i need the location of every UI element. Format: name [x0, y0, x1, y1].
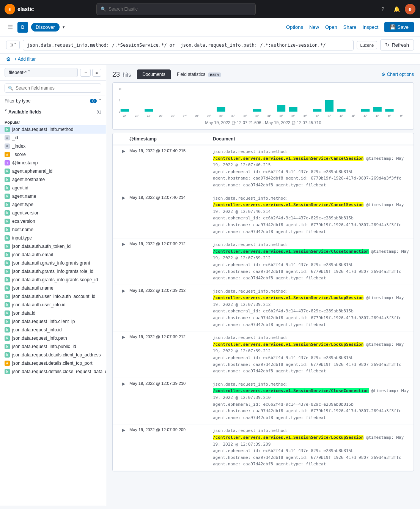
options-button[interactable]: Options [286, 24, 303, 30]
field-name: json.data.request_info.public_id [12, 344, 76, 349]
sidebar-field-item[interactable]: k agent.hostname [0, 175, 106, 184]
available-fields-header[interactable]: ˅ Available fields 91 [0, 106, 106, 118]
table-row[interactable]: ▶ May 19, 2022 @ 12:07:39.212 json.data.… [113, 285, 414, 332]
index-pattern-badge[interactable]: filebeat-* ˅ [5, 68, 78, 77]
new-button[interactable]: New [309, 24, 319, 30]
sidebar-field-item[interactable]: # _id [0, 134, 106, 142]
add-filter-button[interactable]: + Add filter [14, 57, 36, 62]
sidebar-field-item[interactable]: k json.data.request.details.close_reques… [0, 367, 106, 376]
user-avatar-button[interactable]: e [405, 4, 415, 14]
row-timestamp: May 19, 2022 @ 12:07:39.212 [129, 334, 213, 339]
sidebar-field-item[interactable]: k json.data.auth.grants_info.grants.scop… [0, 276, 106, 284]
field-name: _score [12, 152, 26, 157]
field-type-icon: # [5, 143, 10, 149]
popular-label: Popular [0, 118, 106, 125]
sidebar-field-item[interactable]: k json.data.auth.auth_token_id [0, 242, 106, 251]
table-row[interactable]: ▶ May 19, 2022 @ 12:07:39.212 json.data.… [113, 331, 414, 378]
row-expand-button[interactable]: ▶ [117, 148, 129, 154]
global-search-input[interactable] [109, 6, 252, 12]
sidebar-field-item[interactable]: k json.data.auth.grants_info.grants.gran… [0, 259, 106, 267]
hamburger-menu-button[interactable]: ☰ [6, 22, 14, 32]
sidebar-field-item[interactable]: k input.type [0, 234, 106, 242]
table-row[interactable]: ▶ May 19, 2022 @ 12:07:39.212 json.data.… [113, 238, 414, 285]
field-type-icon: # [5, 361, 10, 366]
table-row[interactable]: ▶ May 19, 2022 @ 12:07:40.215 json.data.… [113, 145, 414, 192]
sidebar-field-item[interactable]: # _index [0, 142, 106, 150]
row-expand-button[interactable]: ▶ [117, 334, 129, 340]
sidebar-field-item[interactable]: t @timestamp [0, 159, 106, 167]
sidebar-field-item[interactable]: # json.data.request.details.client_tcp_p… [0, 359, 106, 367]
field-name: json.data.id [12, 310, 35, 316]
sidebar-field-item[interactable]: k agent.type [0, 200, 106, 209]
row-expand-button[interactable]: ▶ [117, 195, 129, 200]
field-name: ecs.version [12, 219, 35, 224]
sidebar-field-item[interactable]: k json.data.request_info.client_ip [0, 317, 106, 326]
elastic-logo[interactable]: e elastic [5, 4, 34, 14]
sidebar-field-item[interactable]: k json.data.auth.user_info.auth_account_… [0, 292, 106, 301]
sidebar-field-item[interactable]: k json.data.id [0, 309, 106, 317]
available-fields-label: ˅ Available fields [5, 109, 41, 115]
field-type-icon: k [5, 177, 10, 182]
tab-documents[interactable]: Documents [137, 69, 171, 79]
sidebar-field-item[interactable]: k json.data.auth.grants_info.grants.role… [0, 267, 106, 276]
inspect-button[interactable]: Inspect [362, 24, 378, 30]
share-button[interactable]: Share [343, 24, 357, 30]
sidebar-field-item[interactable]: k json.data.request.details.client_tcp_a… [0, 351, 106, 359]
field-type-icon: k [5, 194, 10, 199]
sidebar-field-item[interactable]: k json.data.request_info.path [0, 334, 106, 342]
row-expand-button[interactable]: ▶ [117, 381, 129, 386]
open-button[interactable]: Open [325, 24, 337, 30]
table-row[interactable]: ▶ May 19, 2022 @ 12:07:39.210 json.data.… [113, 378, 414, 425]
document-col-header: Document [213, 136, 409, 142]
global-search-bar[interactable]: 🔍 [96, 3, 256, 15]
lucene-button[interactable]: Lucene [357, 41, 377, 49]
sidebar-field-item[interactable]: k json.data.request_info.id [0, 326, 106, 334]
notification-icon-button[interactable]: 🔔 [391, 4, 402, 14]
query-input[interactable] [23, 40, 354, 50]
sidebar-field-item[interactable]: # _score [0, 150, 106, 159]
sidebar-field-item[interactable]: k agent.version [0, 209, 106, 217]
field-type-icon: k [5, 235, 10, 241]
sidebar-field-item[interactable]: k json.data.request_info.method [0, 125, 106, 134]
sidebar-icon-btn-2[interactable]: ≡ [92, 69, 101, 77]
refresh-button[interactable]: ↻ Refresh [380, 39, 414, 50]
sidebar-field-item[interactable]: k host.name [0, 225, 106, 234]
save-button[interactable]: 💾 Save [384, 22, 414, 32]
search-fields-input[interactable] [16, 85, 98, 91]
row-expand-button[interactable]: ▶ [117, 241, 129, 247]
sidebar-search-section: 🔍 [0, 80, 106, 96]
svg-text:10: 10 [119, 88, 121, 91]
table-row[interactable]: ▶ May 19, 2022 @ 12:07:40.214 json.data.… [113, 192, 414, 239]
app-menu-chevron[interactable]: ▾ [63, 25, 65, 30]
table-row[interactable]: ▶ May 19, 2022 @ 12:07:39.209 json.data.… [113, 424, 414, 471]
filter-by-type-row[interactable]: Filter by type 0 ˅ [0, 96, 106, 106]
field-name: agent.name [12, 194, 36, 199]
top-navigation: e elastic 🔍 ? 🔔 e [0, 0, 420, 18]
sidebar-field-item[interactable]: k json.data.request_info.public_id [0, 342, 106, 351]
sidebar-field-item[interactable]: k json.data.auth.name [0, 284, 106, 292]
sidebar-index-section: filebeat-* ˅ ⋯ ≡ [0, 65, 106, 80]
help-icon-button[interactable]: ? [378, 4, 388, 14]
row-expand-button[interactable]: ▶ [117, 427, 129, 433]
chart-options-button[interactable]: ⚙ Chart options [381, 72, 414, 77]
field-type-icon: k [5, 277, 10, 282]
sidebar-field-item[interactable]: k json.data.auth.user_info.id [0, 301, 106, 309]
field-name: _id [12, 135, 18, 140]
tab-field-statistics[interactable]: Field statistics BETA [171, 69, 227, 79]
field-search-wrap[interactable]: 🔍 [5, 84, 101, 93]
row-timestamp: May 19, 2022 @ 12:07:39.212 [129, 288, 213, 293]
sidebar-field-item[interactable]: k agent.id [0, 184, 106, 192]
index-pattern-picker[interactable]: ⊞ ˅ [6, 41, 20, 49]
sidebar-field-item[interactable]: k ecs.version [0, 217, 106, 225]
sidebar-icon-btn-1[interactable]: ⋯ [80, 69, 91, 77]
field-type-icon: t [5, 160, 10, 165]
content-area: 23 hits Documents Field statistics BETA … [106, 65, 420, 506]
row-expand-button[interactable]: ▶ [117, 288, 129, 293]
sidebar-field-item[interactable]: k agent.name [0, 192, 106, 200]
filter-bar: ⚙ + Add filter [0, 54, 420, 65]
sidebar-field-item[interactable]: k agent.ephemeral_id [0, 167, 106, 175]
sidebar-field-item[interactable]: k json.data.auth.email [0, 251, 106, 259]
results-table: @timestamp Document ▶ May 19, 2022 @ 12:… [112, 133, 414, 471]
discover-button[interactable]: Discover [31, 23, 60, 32]
field-name: json.data.request.details.client_tcp_add… [12, 352, 101, 358]
